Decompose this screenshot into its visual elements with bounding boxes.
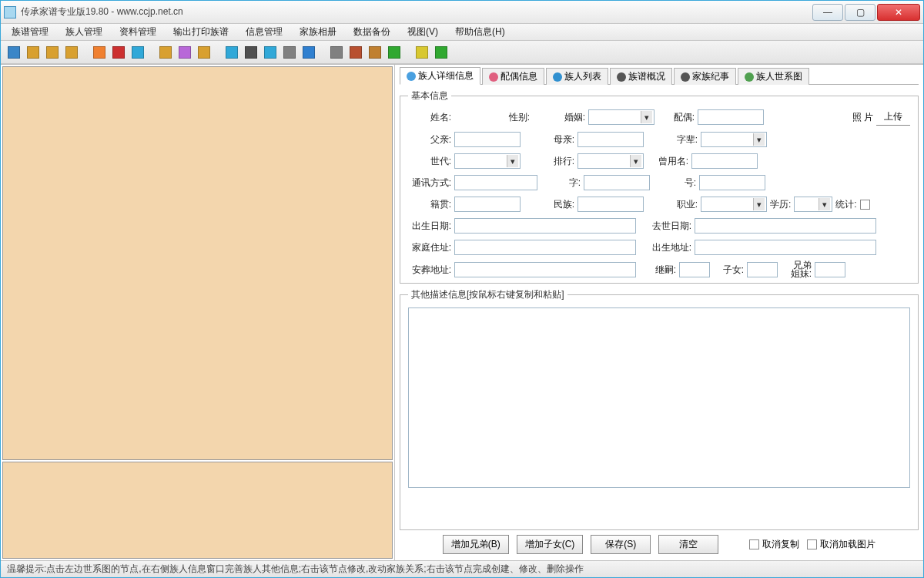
add-child-button[interactable]: 增加子女(C) [517, 535, 584, 554]
toolbar-button[interactable] [300, 44, 317, 61]
toolbar-button[interactable] [413, 44, 430, 61]
toolbar-button[interactable] [281, 44, 298, 61]
maximize-button[interactable]: ▢ [845, 4, 875, 21]
siblings-input[interactable] [815, 262, 845, 277]
father-input[interactable] [454, 132, 521, 147]
hao-input[interactable] [699, 175, 765, 190]
tab-icon [489, 72, 498, 82]
cancel-copy-option[interactable]: 取消复制 [749, 538, 799, 551]
toolbar-button[interactable] [328, 44, 345, 61]
burial-input[interactable] [454, 262, 636, 277]
zi-input[interactable] [584, 175, 650, 190]
spouse-input[interactable] [698, 109, 764, 125]
tab[interactable]: 族人列表 [546, 68, 608, 85]
label-stat: 统计: [835, 198, 856, 211]
menu-item[interactable]: 输出打印族谱 [169, 24, 233, 40]
tab[interactable]: 家族纪事 [674, 68, 736, 85]
toolbar-button[interactable] [367, 44, 383, 61]
tab[interactable]: 配偶信息 [482, 68, 544, 85]
label-edu: 学历: [770, 198, 791, 211]
birthaddr-input[interactable] [695, 240, 876, 255]
menu-item[interactable]: 帮助信息(H) [450, 24, 510, 40]
toolbar-button[interactable] [176, 44, 193, 61]
toolbar-button[interactable] [243, 44, 259, 61]
tab-icon [553, 72, 562, 82]
toolbar-button[interactable] [386, 44, 403, 61]
minimize-button[interactable]: ― [812, 4, 843, 21]
menu-item[interactable]: 家族相册 [295, 24, 341, 40]
clear-button[interactable]: 清空 [658, 535, 718, 554]
label-spouse: 配偶: [658, 111, 695, 124]
label-name: 姓名: [408, 111, 451, 124]
toolbar-button[interactable] [433, 44, 450, 61]
menu-item[interactable]: 族谱管理 [7, 24, 53, 40]
label-oldname: 曾用名: [647, 155, 688, 168]
label-hao: 号: [673, 176, 696, 190]
toolbar-button[interactable] [196, 44, 213, 61]
tab-icon [681, 72, 690, 82]
birth-input[interactable] [454, 218, 636, 234]
menu-item[interactable]: 视图(V) [403, 24, 443, 40]
generation-select[interactable] [454, 153, 521, 169]
other-info-group: 其他描述信息[按鼠标右键复制和粘贴] [400, 288, 919, 530]
mother-input[interactable] [578, 132, 644, 147]
tabs: 族人详细信息配偶信息族人列表族谱概况家族纪事族人世系图 [400, 68, 919, 85]
upload-button[interactable]: 上传 [876, 109, 910, 126]
stat-checkbox[interactable] [860, 200, 870, 210]
hometown-input[interactable] [454, 197, 521, 212]
label-zi: 字: [541, 176, 581, 190]
contact-input[interactable] [454, 175, 537, 190]
label-father: 父亲: [408, 133, 451, 146]
toolbar-button[interactable] [44, 44, 61, 61]
marriage-select[interactable] [588, 109, 654, 125]
save-button[interactable]: 保存(S) [591, 535, 651, 554]
label-generation: 世代: [408, 155, 451, 168]
label-mother: 母亲: [544, 133, 574, 146]
menu-item[interactable]: 信息管理 [241, 24, 287, 40]
toolbar-button[interactable] [91, 44, 108, 61]
toolbar-button[interactable] [63, 44, 80, 61]
toolbar-button[interactable] [129, 44, 146, 61]
other-info-legend: 其他描述信息[按鼠标右键复制和粘贴] [408, 288, 567, 301]
menu-item[interactable]: 资料管理 [115, 24, 161, 40]
label-children: 子女: [713, 264, 744, 277]
menubar: 族谱管理 族人管理 资料管理 输出打印族谱 信息管理 家族相册 数据备份 视图(… [1, 24, 923, 41]
bottom-buttons: 增加兄弟(B) 增加子女(C) 保存(S) 清空 取消复制 取消加载图片 [400, 530, 919, 559]
children-input[interactable] [747, 262, 778, 277]
heir-input[interactable] [679, 262, 710, 277]
death-input[interactable] [695, 218, 876, 234]
add-sibling-button[interactable]: 增加兄弟(B) [443, 535, 509, 554]
toolbar-button[interactable] [110, 44, 127, 61]
tab[interactable]: 族谱概况 [610, 68, 672, 85]
label-heir: 继嗣: [639, 264, 676, 277]
family-tree-panel[interactable] [2, 66, 393, 460]
label-gender: 性别: [499, 111, 530, 124]
rank-select[interactable] [701, 132, 767, 147]
toolbar-button[interactable] [223, 44, 240, 61]
preview-panel[interactable] [2, 462, 393, 559]
homeaddr-input[interactable] [454, 240, 636, 255]
other-info-textarea[interactable] [408, 307, 910, 488]
menu-item[interactable]: 族人管理 [61, 24, 107, 40]
close-button[interactable]: ✕ [877, 4, 920, 21]
oldname-input[interactable] [691, 153, 758, 169]
label-siblings: 兄弟 姐妹: [781, 261, 812, 278]
order-select[interactable] [578, 153, 644, 169]
edu-select[interactable] [794, 197, 832, 212]
tab[interactable]: 族人世系图 [738, 68, 809, 85]
label-order: 排行: [544, 155, 574, 168]
toolbar-button[interactable] [262, 44, 279, 61]
toolbar-button[interactable] [157, 44, 174, 61]
label-homeaddr: 家庭住址: [408, 241, 451, 254]
toolbar-button[interactable] [25, 44, 42, 61]
tab[interactable]: 族人详细信息 [400, 67, 480, 85]
job-select[interactable] [701, 197, 767, 212]
toolbar-button[interactable] [5, 44, 22, 61]
toolbar-button[interactable] [347, 44, 364, 61]
ethnic-input[interactable] [578, 197, 644, 212]
menu-item[interactable]: 数据备份 [349, 24, 395, 40]
label-birthaddr: 出生地址: [639, 241, 691, 254]
cancel-load-image-option[interactable]: 取消加载图片 [807, 538, 875, 551]
toolbar [1, 41, 923, 64]
label-ethnic: 民族: [544, 198, 574, 211]
